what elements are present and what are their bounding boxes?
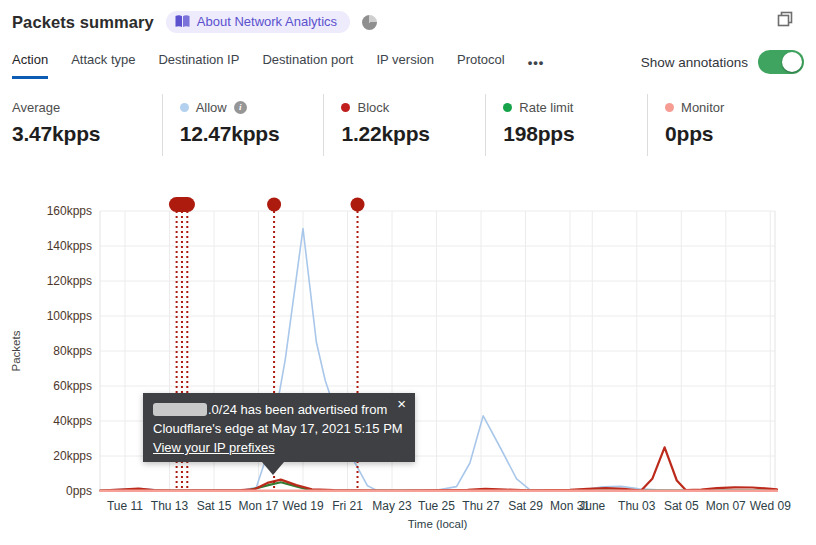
x-tick-label: May 23 [372, 499, 412, 513]
stat-average: Average 3.47kpps [12, 94, 162, 156]
tooltip-text-line1: .0/24 has been advertised from [208, 400, 387, 419]
tooltip-caret [262, 462, 284, 475]
tab-protocol[interactable]: Protocol [457, 52, 505, 79]
x-tick-label: Sat 29 [508, 499, 543, 513]
annotation-cluster-marker[interactable] [169, 197, 195, 212]
stat-label: Monitor [681, 100, 724, 115]
x-tick-label: Wed 19 [282, 499, 323, 513]
x-tick-label: Wed 09 [750, 499, 791, 513]
y-tick-label: 80kpps [53, 344, 92, 358]
x-axis-title: Time (local) [408, 518, 468, 530]
tab-attack-type[interactable]: Attack type [71, 52, 135, 79]
x-tick-label: Thu 13 [151, 499, 189, 513]
x-tick-label: Sat 05 [664, 499, 699, 513]
annotation-tooltip: × .0/24 has been advertised from Cloudfl… [143, 393, 415, 462]
y-tick-label: 0pps [66, 484, 92, 498]
page-title: Packets summary [12, 13, 154, 32]
tabs-more-button[interactable]: ••• [528, 55, 545, 79]
show-annotations-label: Show annotations [641, 55, 748, 70]
stat-label: Average [12, 100, 60, 115]
y-tick-label: 60kpps [53, 379, 92, 393]
about-network-analytics-badge[interactable]: About Network Analytics [166, 11, 350, 33]
y-tick-label: 40kpps [53, 414, 92, 428]
stats-row: Average 3.47kpps Allow i 12.47kpps Block… [12, 94, 804, 156]
close-icon[interactable]: × [397, 396, 406, 411]
annotation-marker[interactable] [267, 198, 281, 212]
stat-label: Allow [196, 100, 227, 115]
y-tick-label: 120kpps [47, 274, 92, 288]
restore-window-icon[interactable] [777, 11, 793, 27]
page-header: Packets summary About Network Analytics [12, 11, 377, 33]
dimension-tabs: Action Attack type Destination IP Destin… [12, 52, 544, 79]
tab-action[interactable]: Action [12, 52, 48, 79]
x-tick-label: Sat 15 [197, 499, 232, 513]
stat-label: Block [357, 100, 389, 115]
stat-value: 0pps [665, 122, 804, 146]
x-tick-label: Mon 17 [238, 499, 278, 513]
allow-dot-icon [180, 103, 189, 112]
tab-destination-port[interactable]: Destination port [262, 52, 353, 79]
y-tick-label: 100kpps [47, 309, 92, 323]
stat-value: 1.22kpps [341, 122, 485, 146]
x-tick-label: Tue 25 [418, 499, 455, 513]
y-axis-title: Packets [10, 330, 22, 371]
loading-pie-icon [362, 15, 377, 30]
stat-label: Rate limit [519, 100, 573, 115]
tooltip-text-line2: Cloudflare's edge at May 17, 2021 5:15 P… [153, 419, 405, 438]
block-dot-icon [341, 103, 350, 112]
view-ip-prefixes-link[interactable]: View your IP prefixes [153, 438, 275, 457]
toggle-knob [782, 52, 802, 72]
x-tick-label: Mon 07 [706, 499, 746, 513]
badge-label: About Network Analytics [197, 14, 337, 29]
book-icon [175, 15, 190, 28]
x-tick-label: Thu 27 [462, 499, 500, 513]
tab-ip-version[interactable]: IP version [376, 52, 434, 79]
show-annotations-control: Show annotations [641, 50, 804, 74]
monitor-dot-icon [665, 103, 674, 112]
stat-value: 198pps [503, 122, 647, 146]
x-tick-label: Fri 21 [332, 499, 363, 513]
stat-rate-limit: Rate limit 198pps [485, 94, 647, 156]
packets-chart: 0pps20kpps40kpps60kpps80kpps100kpps120kp… [0, 0, 816, 545]
stat-monitor: Monitor 0pps [647, 94, 804, 156]
annotation-marker[interactable] [351, 198, 365, 212]
stat-value: 12.47kpps [180, 122, 324, 146]
info-icon[interactable]: i [234, 101, 247, 114]
rate-limit-dot-icon [503, 103, 512, 112]
x-tick-label: Tue 11 [107, 499, 143, 513]
y-tick-label: 20kpps [53, 449, 92, 463]
y-tick-label: 140kpps [47, 239, 92, 253]
show-annotations-toggle[interactable] [758, 50, 804, 74]
stat-value: 3.47kpps [12, 122, 162, 146]
x-tick-label: June [579, 499, 605, 513]
x-tick-label: Thu 03 [618, 499, 656, 513]
stat-allow: Allow i 12.47kpps [162, 94, 324, 156]
tab-destination-ip[interactable]: Destination IP [158, 52, 239, 79]
stat-block: Block 1.22kpps [323, 94, 485, 156]
y-tick-label: 160kpps [47, 204, 92, 218]
redacted-ip-prefix [153, 403, 207, 416]
